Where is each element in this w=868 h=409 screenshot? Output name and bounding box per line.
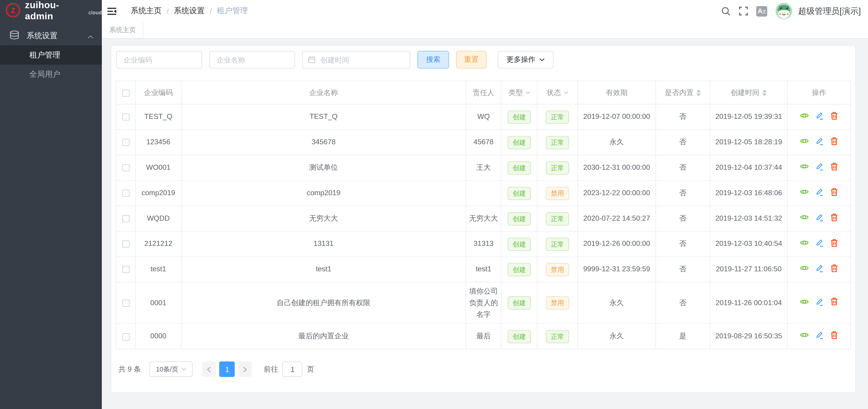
cell-owner: 王大 — [466, 155, 501, 180]
prev-page-button[interactable] — [202, 362, 216, 377]
status-badge: 禁用 — [546, 296, 569, 309]
column-header-builtin[interactable]: 是否内置 — [656, 81, 710, 104]
edit-icon[interactable] — [815, 297, 824, 306]
delete-icon[interactable] — [831, 162, 838, 170]
avatar[interactable] — [775, 3, 792, 19]
language-icon[interactable]: A文 — [756, 6, 767, 16]
row-checkbox[interactable] — [122, 215, 129, 223]
more-actions-button[interactable]: 更多操作 — [498, 51, 554, 69]
select-all-checkbox[interactable] — [122, 90, 129, 97]
edit-icon[interactable] — [815, 162, 824, 171]
row-checkbox[interactable] — [122, 333, 129, 340]
delete-icon[interactable] — [831, 188, 838, 196]
edit-icon[interactable] — [815, 213, 824, 222]
cell-name: 最后的内置企业 — [181, 324, 466, 349]
edit-icon[interactable] — [815, 331, 824, 340]
cell-created: 2019-12-05 19:39:31 — [710, 104, 787, 130]
delete-icon[interactable] — [831, 298, 838, 306]
row-checkbox[interactable] — [122, 164, 129, 172]
sidebar-item-tenant-management[interactable]: 租户管理 — [0, 45, 102, 65]
page-size-select[interactable]: 10条/页 — [150, 362, 193, 377]
filter-arrow-icon[interactable] — [563, 91, 568, 95]
enterprise-code-input[interactable] — [116, 51, 202, 69]
tab-home[interactable]: 系统主页 — [102, 22, 144, 38]
row-checkbox[interactable] — [122, 190, 129, 197]
reset-button[interactable]: 重置 — [456, 51, 487, 69]
delete-icon[interactable] — [831, 137, 838, 145]
cell-code: 0001 — [135, 282, 181, 324]
sidebar-fold-button[interactable] — [102, 0, 121, 22]
goto-page-input[interactable] — [282, 362, 303, 377]
page-number-button[interactable]: 1 — [219, 362, 235, 377]
edit-icon[interactable] — [815, 238, 824, 247]
calendar-icon — [308, 56, 315, 64]
breadcrumb-item-home[interactable]: 系统主页 — [130, 6, 161, 16]
view-icon[interactable] — [800, 138, 809, 144]
view-icon[interactable] — [800, 112, 809, 119]
sidebar-item-system-settings[interactable]: 系统设置 — [0, 26, 102, 45]
sidebar-item-global-users[interactable]: 全局用户 — [0, 65, 102, 84]
edit-icon[interactable] — [815, 137, 824, 145]
chevron-down-icon — [539, 58, 545, 61]
cell-code: 0000 — [135, 324, 181, 349]
tenant-table: 企业编码企业名称责任人类型状态有效期是否内置创建时间操作 TEST_QTEST_… — [116, 81, 851, 349]
view-icon[interactable] — [800, 163, 809, 170]
navbar-actions: A文 — [721, 3, 861, 19]
enterprise-name-input[interactable] — [209, 51, 295, 69]
fullscreen-icon[interactable] — [739, 7, 748, 15]
cell-builtin: 否 — [656, 130, 710, 155]
row-actions — [800, 162, 838, 171]
created-time-picker[interactable] — [302, 51, 410, 69]
current-user-name[interactable]: 超级管理员[演示] — [798, 6, 861, 16]
tenant-card: 搜索 重置 更多操作 企业编码企业名称责任人类型状态有效期是否内置创建时间操作 … — [111, 45, 856, 393]
column-header-select[interactable] — [116, 81, 135, 104]
column-header-created[interactable]: 创建时间 — [710, 81, 787, 104]
cell-builtin: 是 — [656, 324, 710, 349]
next-page-button[interactable] — [238, 362, 252, 377]
sort-carets-icon[interactable] — [696, 90, 701, 96]
cell-code: WQDD — [135, 206, 181, 231]
view-icon[interactable] — [800, 332, 809, 339]
logo[interactable]: Z zuihou-admin cloud — [0, 0, 102, 22]
cell-builtin: 否 — [656, 282, 710, 324]
column-header-status[interactable]: 状态 — [537, 81, 578, 104]
row-checkbox[interactable] — [122, 266, 129, 273]
view-icon[interactable] — [800, 265, 809, 271]
table-row: comp2019comp2019创建禁用2023-12-22 00:00:00否… — [116, 180, 850, 206]
row-actions — [800, 188, 838, 196]
view-icon[interactable] — [800, 214, 809, 220]
app-title: zuihou-admin — [25, 0, 87, 22]
delete-icon[interactable] — [831, 264, 838, 272]
sidebar-item-label: 租户管理 — [29, 50, 60, 60]
status-badge: 正常 — [546, 161, 569, 174]
cell-builtin: 否 — [656, 257, 710, 282]
column-header-type[interactable]: 类型 — [501, 81, 537, 104]
search-icon[interactable] — [721, 6, 731, 16]
column-header-label: 类型 — [508, 88, 523, 96]
row-checkbox[interactable] — [122, 240, 129, 248]
delete-icon[interactable] — [831, 239, 838, 247]
edit-icon[interactable] — [815, 188, 824, 196]
edit-icon[interactable] — [815, 264, 824, 272]
filter-arrow-icon[interactable] — [525, 91, 530, 95]
table-row: WO001测试单位王大创建正常2030-12-31 00:00:00否2019-… — [116, 155, 850, 180]
view-icon[interactable] — [800, 298, 809, 305]
delete-icon[interactable] — [831, 213, 838, 221]
row-checkbox[interactable] — [122, 300, 129, 307]
cell-created: 2019-12-03 16:48:06 — [710, 180, 787, 206]
created-time-input[interactable] — [302, 51, 410, 69]
search-button[interactable]: 搜索 — [417, 51, 449, 69]
view-icon[interactable] — [800, 239, 809, 246]
delete-icon[interactable] — [831, 111, 838, 120]
chevron-down-icon — [182, 368, 187, 371]
breadcrumb-item-settings[interactable]: 系统设置 — [174, 6, 205, 16]
row-checkbox[interactable] — [122, 113, 129, 121]
row-checkbox[interactable] — [122, 139, 129, 146]
view-icon[interactable] — [800, 189, 809, 195]
delete-icon[interactable] — [831, 331, 838, 339]
cell-owner: 45678 — [466, 130, 501, 155]
cell-validity: 2030-12-31 00:00:00 — [578, 155, 656, 180]
cell-owner: 填你公司负责人的名字 — [466, 282, 501, 324]
edit-icon[interactable] — [815, 111, 824, 120]
sort-carets-icon[interactable] — [762, 90, 767, 96]
